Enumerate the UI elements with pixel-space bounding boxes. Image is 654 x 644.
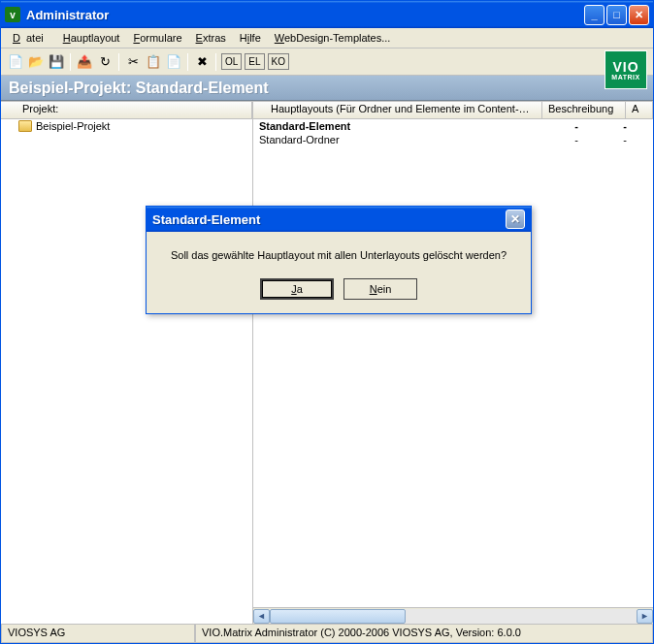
- page-title: Beispiel-Projekt: Standard-Element: [1, 76, 653, 101]
- dialog-title: Standard-Element: [152, 212, 506, 227]
- scroll-right-icon[interactable]: ►: [637, 609, 653, 624]
- menu-datei[interactable]: Datei: [7, 30, 55, 46]
- menu-extras[interactable]: Extras: [190, 30, 232, 46]
- column-header-hauptlayouts[interactable]: Hauptlayouts (Für Ordner und Elemente im…: [253, 102, 542, 118]
- separator: [70, 53, 71, 71]
- list-view[interactable]: Standard-Element - - Standard-Ordner - -: [253, 119, 653, 607]
- menu-hauptlayout[interactable]: Hauptlayout: [57, 30, 126, 46]
- app-window: v Administrator _ □ ✕ Datei Hauptlayout …: [0, 0, 654, 644]
- list-row[interactable]: Standard-Element - -: [253, 119, 653, 133]
- copy-icon[interactable]: 📋: [145, 53, 162, 71]
- export-icon[interactable]: 📤: [76, 53, 93, 71]
- status-bar: VIOSYS AG VIO.Matrix Administrator (C) 2…: [1, 624, 653, 643]
- separator: [187, 53, 188, 71]
- right-pane: Hauptlayouts (Für Ordner und Elemente im…: [253, 102, 653, 624]
- confirm-dialog: Standard-Element ✕ Soll das gewählte Hau…: [146, 206, 532, 314]
- tree-item-label: Beispiel-Projekt: [36, 120, 110, 132]
- scroll-left-icon[interactable]: ◄: [253, 609, 270, 624]
- delete-icon[interactable]: ✖: [193, 53, 211, 71]
- dialog-message: Soll das gewählte Hauptlayout mit allen …: [160, 249, 517, 261]
- app-icon: v: [5, 7, 20, 22]
- column-header-beschreibung[interactable]: Beschreibung: [542, 102, 626, 118]
- open-icon[interactable]: 📂: [27, 53, 45, 71]
- separator: [118, 53, 119, 71]
- minimize-button[interactable]: _: [584, 5, 605, 25]
- titlebar[interactable]: v Administrator _ □ ✕: [1, 1, 653, 28]
- scroll-thumb[interactable]: [270, 609, 406, 624]
- close-button[interactable]: ✕: [629, 5, 649, 25]
- tree-view[interactable]: Beispiel-Projekt: [1, 119, 252, 624]
- dialog-close-button[interactable]: ✕: [506, 209, 525, 229]
- new-icon[interactable]: 📄: [7, 53, 24, 71]
- menubar: Datei Hauptlayout Formulare Extras Hilfe…: [1, 28, 653, 48]
- ko-button[interactable]: KO: [268, 53, 289, 70]
- no-button[interactable]: Nein: [343, 278, 417, 300]
- horizontal-scrollbar[interactable]: ◄ ►: [253, 607, 653, 624]
- window-title: Administrator: [26, 8, 584, 22]
- ol-button[interactable]: OL: [221, 53, 242, 70]
- save-icon[interactable]: 💾: [48, 53, 65, 71]
- paste-icon[interactable]: 📄: [165, 53, 182, 71]
- menu-webdesign-templates[interactable]: WebDesign-Templates...: [269, 30, 397, 46]
- scroll-track[interactable]: [270, 609, 637, 624]
- status-left: VIOSYS AG: [1, 625, 195, 643]
- list-row[interactable]: Standard-Ordner - -: [253, 133, 653, 146]
- tree-item[interactable]: Beispiel-Projekt: [1, 119, 252, 133]
- left-pane: Projekt: Beispiel-Projekt: [1, 102, 253, 624]
- folder-icon: [18, 120, 32, 132]
- maximize-button[interactable]: □: [606, 5, 627, 25]
- logo: VIO MATRIX: [605, 50, 647, 89]
- content-area: Projekt: Beispiel-Projekt Hauptlayouts (…: [1, 101, 653, 624]
- menu-hilfe[interactable]: Hilfe: [234, 30, 267, 46]
- status-right: VIO.Matrix Administrator (C) 2000-2006 V…: [195, 625, 653, 643]
- dialog-titlebar[interactable]: Standard-Element ✕: [147, 207, 531, 232]
- yes-button[interactable]: Ja: [260, 278, 334, 300]
- cut-icon[interactable]: ✂: [124, 53, 142, 71]
- toolbar: 📄 📂 💾 📤 ↻ ✂ 📋 📄 ✖ OL EL KO: [1, 48, 653, 76]
- left-column-header[interactable]: Projekt:: [1, 102, 252, 118]
- separator: [215, 53, 216, 71]
- el-button[interactable]: EL: [245, 53, 264, 70]
- column-header-a[interactable]: A: [626, 102, 653, 118]
- menu-formulare[interactable]: Formulare: [127, 30, 187, 46]
- refresh-icon[interactable]: ↻: [96, 53, 114, 71]
